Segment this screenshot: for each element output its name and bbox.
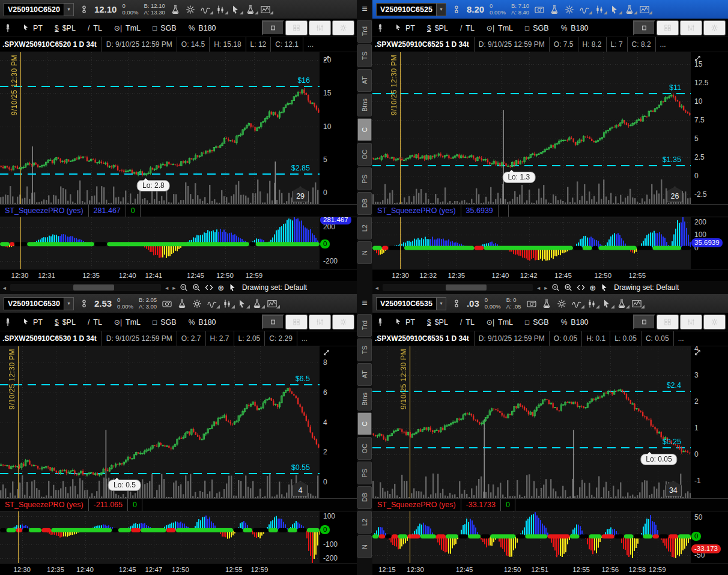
indicator-name[interactable]: ST_SqueezePRO (yes): [0, 205, 89, 217]
pointer-mode-icon[interactable]: [228, 283, 237, 292]
tml-button[interactable]: ⊙|TmL: [481, 316, 518, 328]
b180-button[interactable]: %B180: [183, 316, 222, 328]
single-cell-layout-button[interactable]: [633, 20, 655, 35]
gadget-tab-ps[interactable]: PS: [357, 167, 372, 190]
gadget-tab-db[interactable]: DB: [357, 486, 372, 509]
indicator-name[interactable]: ST_SqueezePRO (yes): [372, 205, 461, 217]
squeeze-indicator[interactable]: [0, 217, 320, 269]
gadget-tab-ts[interactable]: TS: [357, 339, 372, 361]
indicator-axis[interactable]: 50-500-33.173: [691, 511, 728, 563]
gadget-tab-at[interactable]: AT: [357, 363, 372, 386]
candle-pattern-icon[interactable]: [222, 299, 232, 309]
cursor-tool-icon[interactable]: [602, 299, 611, 309]
gadget-tab-at[interactable]: AT: [357, 69, 372, 92]
analyze-flask-icon[interactable]: [542, 299, 551, 309]
squeeze-indicator[interactable]: [0, 511, 320, 563]
pt-button[interactable]: PT: [389, 316, 420, 329]
analyze-flask-icon[interactable]: [177, 299, 187, 309]
indicator-axis[interactable]: 200100035.6939: [691, 217, 728, 269]
camera-icon[interactable]: [162, 299, 172, 309]
step-right-icon[interactable]: ▸: [544, 284, 547, 291]
toolbar-gear-icon[interactable]: [703, 315, 726, 330]
gadget-tab-oc[interactable]: OC: [357, 143, 372, 166]
grid-layout-button[interactable]: [285, 315, 308, 330]
symbol-input[interactable]: V250910C6520 ▾: [4, 3, 74, 16]
studies-wave-icon[interactable]: [572, 299, 581, 309]
studies-wave-icon[interactable]: [207, 299, 217, 309]
tml-button[interactable]: ⊙|TmL: [481, 22, 518, 34]
pl-button[interactable]: $$PL: [422, 22, 453, 34]
crosshair-icon[interactable]: ⊕: [217, 283, 224, 292]
gadget-tab-n[interactable]: N: [357, 241, 372, 264]
step-right-icon[interactable]: ▸: [172, 284, 175, 291]
gadget-tab-db[interactable]: DB: [357, 192, 372, 215]
indicator-name[interactable]: ST_SqueezePRO (yes): [372, 499, 461, 511]
sgb-button[interactable]: □SGB: [520, 22, 554, 34]
gadget-tab-ts[interactable]: TS: [357, 44, 372, 67]
drawings-chart-icon[interactable]: [267, 299, 277, 309]
sliders-icon[interactable]: [680, 20, 702, 35]
pl-button[interactable]: $$PL: [422, 316, 453, 328]
gadget-tab-l2[interactable]: L2: [357, 217, 372, 239]
b180-button[interactable]: %B180: [556, 316, 594, 328]
studies-wave-icon[interactable]: [580, 5, 589, 14]
price-axis[interactable]: 1512.5107.552.50-2.5: [691, 52, 728, 204]
fit-width-icon[interactable]: [577, 283, 585, 292]
price-axis[interactable]: 43210-1: [691, 346, 728, 498]
b180-button[interactable]: %B180: [183, 22, 222, 34]
pt-button[interactable]: PT: [17, 22, 48, 35]
symbol-input[interactable]: V250910C6535 ▾: [376, 297, 446, 310]
single-cell-layout-button[interactable]: [262, 315, 284, 330]
gadget-tab-c[interactable]: C: [357, 412, 372, 435]
pl-button[interactable]: $$PL: [49, 316, 81, 328]
time-axis[interactable]: 12:1512:3012:4512:5012:5112:5512:5612:58…: [372, 563, 728, 575]
candle-pattern-icon[interactable]: [587, 299, 596, 309]
symbol-link-icon[interactable]: [79, 299, 89, 309]
toolbar-gear-icon[interactable]: [332, 20, 354, 35]
price-axis[interactable]: 20151050: [320, 52, 357, 204]
sliders-icon[interactable]: [309, 315, 331, 330]
sliders-icon[interactable]: [680, 315, 702, 330]
studies-wave-icon[interactable]: [201, 5, 210, 14]
gadget-tab-btns[interactable]: Btns: [357, 388, 372, 411]
pointer-mode-icon[interactable]: [600, 283, 608, 292]
gadget-tab-oc[interactable]: OC: [357, 437, 372, 460]
sgb-button[interactable]: □SGB: [147, 316, 182, 328]
indicator-axis[interactable]: 200-200281.4670: [320, 217, 357, 269]
gadget-tab-btns[interactable]: Btns: [357, 94, 372, 116]
step-left-icon[interactable]: ◂: [537, 284, 540, 291]
header-more[interactable]: ...: [303, 37, 318, 52]
settings-gear-icon[interactable]: [557, 299, 566, 309]
symbol-dropdown-button[interactable]: ▾: [436, 298, 446, 310]
price-chart[interactable]: $2.4 $0.25 9/10/25 12:30 PM Lo: 0.05 34: [372, 346, 691, 498]
analyze-flask-icon[interactable]: [550, 5, 559, 14]
price-chart[interactable]: $16 $2.85 9/10/25 12:30 PM Lo: 2.8 29: [0, 52, 320, 204]
symbol-dropdown-button[interactable]: ▾: [436, 4, 446, 16]
settings-gear-icon[interactable]: [565, 5, 574, 14]
scroll-left-icon[interactable]: ◂: [375, 284, 378, 291]
gadget-tab-ps[interactable]: PS: [357, 462, 372, 484]
collapse-axis-icon[interactable]: [322, 348, 330, 358]
gadget-tab-l2[interactable]: L2: [357, 511, 372, 534]
pl-button[interactable]: $$PL: [49, 22, 81, 34]
b180-button[interactable]: %B180: [556, 22, 594, 34]
settings-gear-icon[interactable]: [186, 5, 195, 14]
single-cell-layout-button[interactable]: [262, 20, 284, 35]
drawings-chart-icon[interactable]: [261, 5, 270, 14]
indicator-axis[interactable]: 100-100-2000: [320, 511, 357, 563]
tl-button[interactable]: /TL: [82, 22, 108, 34]
cursor-tool-icon[interactable]: [231, 5, 240, 14]
symbol-link-icon[interactable]: [452, 5, 461, 14]
squeeze-indicator[interactable]: [372, 217, 691, 269]
settings-gear-icon[interactable]: [192, 299, 202, 309]
drawings-chart-icon[interactable]: [632, 299, 642, 309]
pin-icon[interactable]: [377, 318, 383, 327]
squeeze-indicator[interactable]: [372, 511, 691, 563]
time-axis[interactable]: 12:3012:3212:3512:4012:4212:4512:5012:55: [372, 269, 728, 281]
zoom-in-icon[interactable]: [564, 283, 572, 292]
scrollbar-thumb[interactable]: [73, 284, 114, 291]
header-more[interactable]: ...: [297, 331, 312, 346]
camera-icon[interactable]: [535, 5, 544, 14]
zoom-out-icon[interactable]: [180, 283, 188, 292]
pt-button[interactable]: PT: [17, 316, 48, 329]
